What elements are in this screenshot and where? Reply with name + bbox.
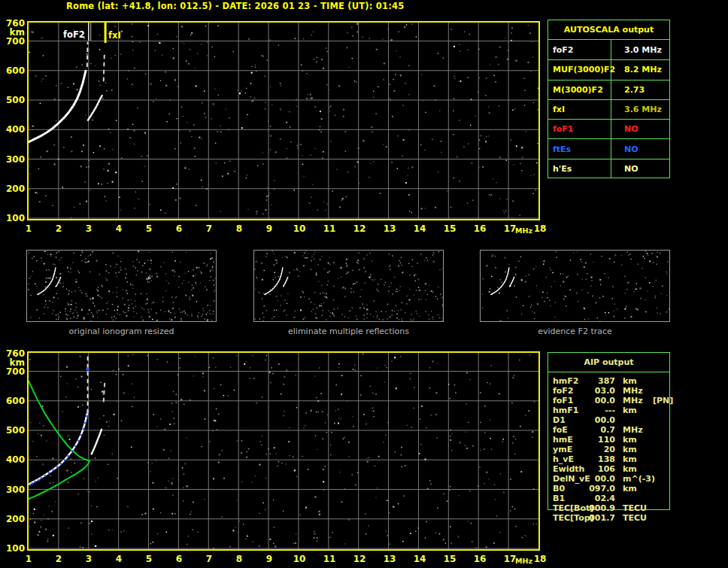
x-axis-tick-label: 1 — [20, 223, 38, 234]
panel-caption-original: original ionogram resized — [26, 327, 217, 336]
aip-unit: km — [623, 405, 637, 415]
aip-unit: km — [623, 445, 637, 454]
autoscala-param-label: foF1 — [548, 120, 611, 138]
aip-lab: B1 — [553, 494, 565, 503]
aip-unit: km — [623, 435, 637, 445]
x-axis-tick-label: 3 — [80, 223, 98, 234]
x-axis-tick-label: 2 — [50, 223, 68, 234]
y-axis-tick-label: 100 — [2, 213, 25, 223]
x-axis-tick-label: 10 — [290, 223, 308, 234]
aip-row-hve: h_vE138km — [548, 454, 675, 464]
y-axis-tick-label: 300 — [2, 154, 25, 165]
aip-row-hme: hmE110km — [548, 435, 675, 445]
x-axis-tick-label: 3 — [80, 554, 98, 564]
x-axis-tick-label: 11 — [320, 554, 338, 564]
aip-val: 097.0 — [576, 484, 615, 494]
panel-evidence-f2 — [480, 250, 670, 322]
aip-val: 00.0 — [576, 474, 615, 484]
y-axis-tick-label: 500 — [2, 95, 25, 105]
x-axis-tick-label: 10 — [290, 554, 308, 564]
aip-val: --- — [576, 405, 615, 415]
x-axis-tick-label: 5 — [140, 554, 158, 564]
aip-val: 138 — [576, 454, 615, 464]
aip-unit: km — [623, 464, 637, 474]
aip-lab: foF2 — [553, 386, 574, 396]
fxi-marker-label: fxI — [108, 30, 121, 41]
x-axis-tick-label: 15 — [441, 223, 459, 234]
y-axis-tick-label: 100 — [2, 543, 25, 554]
aip-row-b0: B0097.0km — [548, 484, 675, 494]
aip-val: 03.0 — [576, 386, 615, 396]
aip-row-ewidth: Ewidth106km — [548, 464, 675, 474]
x-axis-tick-label: 8 — [230, 223, 248, 234]
aip-unit: TECU — [623, 513, 647, 523]
autoscala-param-value: NO — [611, 159, 669, 178]
aip-table-header: AIP output — [548, 353, 669, 372]
aip-lab: D1 — [553, 415, 566, 425]
aip-lab: hmE — [553, 435, 573, 445]
y-axis-tick-label: 400 — [2, 124, 25, 135]
x-axis-unit-label: MHz — [515, 226, 532, 235]
aip-row-b1: B102.4 — [548, 494, 675, 503]
aip-val: 20 — [576, 445, 615, 454]
page-title: Rome (lat: +41.8, lon: 012.5) - DATE: 20… — [66, 1, 404, 11]
aip-unit: TECU — [623, 503, 647, 513]
autoscala-param-value: 8.2 MHz — [611, 60, 669, 79]
aip-row-fof2: foF203.0MHz — [548, 386, 675, 396]
aip-table-rows: hmF2387kmfoF203.0MHzfoF100.0MHz[PN]hmF1-… — [548, 376, 675, 523]
aip-row-tecbot: TEC[Bot]000.9TECU — [548, 503, 675, 513]
x-axis-tick-label: 9 — [260, 223, 278, 234]
autoscala-param-label: foF2 — [548, 40, 611, 59]
x-axis-tick-label: 18 — [531, 223, 549, 234]
autoscala-table-rows: foF23.0 MHzMUF(3000)F28.2 MHzM(3000)F22.… — [548, 40, 669, 178]
autoscala-table-header: AUTOSCALA output — [548, 20, 669, 40]
autoscala-output-table: AUTOSCALA output foF23.0 MHzMUF(3000)F28… — [548, 20, 670, 178]
panel-caption-evidence: evidence F2 trace — [480, 327, 670, 336]
autoscala-param-label: MUF(3000)F2 — [548, 60, 611, 79]
aip-val: 0.7 — [576, 425, 615, 435]
aip-row-hmf2: hmF2387km — [548, 376, 675, 386]
x-axis-tick-label: 14 — [411, 223, 429, 234]
fof2-marker-label: foF2 — [63, 29, 85, 40]
y-axis-unit-label: km — [2, 357, 25, 368]
x-axis-tick-label: 8 — [230, 554, 248, 564]
aip-val: 110 — [576, 435, 615, 445]
y-axis-tick-label: 400 — [2, 454, 25, 465]
x-axis-tick-label: 16 — [471, 223, 489, 234]
aip-row-delnve: DelN_vE00.0m^(-3) — [548, 474, 675, 484]
aip-lab: B0 — [553, 484, 565, 494]
aip-row-yme: ymE20km — [548, 445, 675, 454]
aip-row-fof1: foF100.0MHz[PN] — [548, 396, 675, 405]
x-axis-tick-label: 2 — [50, 554, 68, 564]
aip-lab: foE — [553, 425, 568, 435]
aip-val: 00.0 — [576, 396, 615, 405]
profile-plot — [27, 351, 540, 551]
x-axis-tick-label: 18 — [531, 554, 549, 564]
aip-val: 387 — [576, 376, 615, 386]
panel-original-ionogram — [26, 250, 217, 322]
x-axis-tick-label: 13 — [381, 554, 399, 564]
autoscala-param-value: NO — [611, 139, 669, 158]
aip-row-d1: D100.0 — [548, 415, 675, 425]
aip-unit: MHz — [623, 386, 643, 396]
aip-val: 00.0 — [576, 415, 615, 425]
autoscala-param-value: NO — [611, 120, 669, 138]
aip-row-hmf1: hmF1---km — [548, 405, 675, 415]
aip-val: 106 — [576, 464, 615, 474]
x-axis-tick-label: 4 — [110, 223, 128, 234]
autoscala-param-value: 3.0 MHz — [611, 40, 669, 59]
y-axis-tick-label: 300 — [2, 484, 25, 495]
aip-lab: hmF2 — [553, 376, 578, 386]
x-axis-tick-label: 1 — [20, 554, 38, 564]
aip-val: 001.7 — [576, 513, 615, 523]
aip-lab: ymE — [553, 445, 572, 454]
x-axis-tick-label: 14 — [411, 554, 429, 564]
y-axis-unit-label: km — [2, 27, 25, 38]
aip-lab: hmF1 — [553, 405, 578, 415]
autoscala-row-m3000f2: M(3000)F22.73 — [548, 80, 669, 99]
y-axis-tick-label: 600 — [2, 396, 25, 406]
autoscala-row-hes: h'EsNO — [548, 159, 669, 178]
x-axis-tick-label: 13 — [381, 223, 399, 234]
x-axis-unit-label: MHz — [515, 557, 532, 565]
aip-row-tectop: TEC[Top]001.7TECU — [548, 513, 675, 523]
